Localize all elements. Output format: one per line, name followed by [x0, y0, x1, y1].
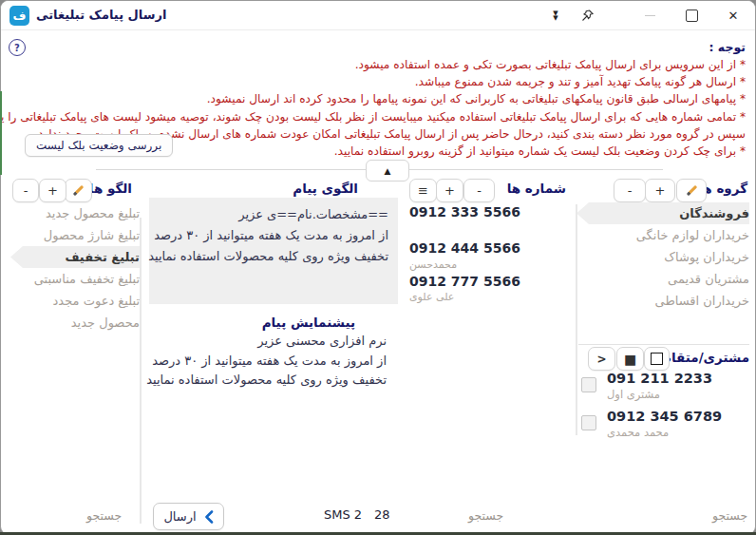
template-item[interactable]: محصول جدید — [10, 312, 140, 334]
templates-list: تبلیغ محصول جدید تبلیغ شارژ محصول تبلیغ … — [10, 202, 140, 334]
customer-checkbox[interactable] — [581, 415, 596, 430]
pin-icon[interactable] — [576, 7, 597, 25]
back-arrow-icon[interactable]: < — [588, 347, 615, 371]
number-item[interactable]: 0912 444 5566 — [409, 240, 520, 256]
notice-line: * از این سرویس برای ارسال پیامک تبلیغاتی… — [0, 56, 746, 73]
section-divider — [578, 344, 749, 345]
sms-count-label: SMS 2 — [324, 507, 362, 522]
column-divider — [140, 218, 142, 524]
message-template-line: ==مشخصات.نام==ی عزیر — [159, 204, 388, 225]
number-list-menu-button[interactable]: ≡ — [409, 179, 437, 202]
collapse-notice-button[interactable]: ▲ — [366, 160, 409, 182]
number-item-name: علی علوی — [409, 291, 454, 303]
edit-group-button[interactable] — [676, 179, 707, 202]
pushpin-icon — [580, 9, 595, 23]
message-preview-line: نرم افزاری محسنی عزیر — [146, 332, 387, 352]
group-item[interactable]: فروشندگان — [576, 202, 749, 224]
numbers-search-input[interactable]: جستجو — [468, 508, 503, 523]
message-preview-line: از امروز به مدت یک هفته میتوانید از ۳۰ د… — [146, 352, 387, 372]
template-item[interactable]: تبلیغ دعوت مجدد — [10, 290, 140, 312]
remove-group-button[interactable]: - — [614, 179, 646, 202]
notice-line: * پیامهای ارسالی طبق قانون پیامکهای تبلی… — [0, 90, 746, 107]
message-template-textarea[interactable]: ==مشخصات.نام==ی عزیر از امروز به مدت یک … — [149, 198, 398, 304]
group-item[interactable]: خریداران اقساطی — [576, 290, 749, 312]
groups-list: فروشندگان خریداران لوازم خانگی خریداران … — [576, 202, 749, 312]
template-item[interactable]: تبلیغ محصول جدید — [10, 202, 140, 224]
collapse-window-icon[interactable]: ▼ ▼ — [545, 7, 566, 25]
empty-square-icon[interactable] — [644, 347, 670, 371]
pencil-icon — [686, 185, 696, 196]
filled-square-icon[interactable]: ■ — [616, 347, 644, 371]
templates-search-input[interactable]: جستجو — [86, 508, 122, 523]
notice-heading: توجه : — [0, 39, 746, 56]
customer-name: مشتری اول — [607, 388, 660, 401]
number-item[interactable]: 0912 777 5566 — [409, 274, 520, 289]
maximize-button[interactable] — [681, 7, 702, 25]
remove-template-button[interactable]: - — [12, 179, 39, 202]
notice-line: * تمامی شماره هایی که برای ارسال پیامک ت… — [0, 108, 746, 125]
check-blacklist-button[interactable]: بررسی وضعیت بلک لیست — [25, 134, 173, 157]
customer-checkbox[interactable] — [581, 377, 596, 392]
add-group-button[interactable]: + — [645, 179, 675, 202]
send-chevron-icon — [204, 510, 214, 524]
template-item[interactable]: تبلیغ تخفیف مناسبتی — [10, 268, 140, 290]
number-item[interactable]: 0912 333 5566 — [409, 204, 520, 220]
customer-name: محمد محمدی — [607, 426, 669, 439]
group-item[interactable]: مشتریان قدیمی — [576, 268, 749, 290]
numbers-title: شماره ها — [507, 181, 566, 196]
notice-line: * ارسال هر گونه پیامک تهدید آمیز و تند و… — [0, 73, 746, 90]
add-template-button[interactable]: + — [39, 179, 66, 202]
pencil-icon — [73, 185, 84, 196]
edit-template-button[interactable] — [65, 179, 92, 202]
empty-square-glyph — [651, 353, 663, 365]
minimize-button[interactable] — [639, 7, 660, 25]
add-number-button[interactable]: + — [436, 179, 463, 202]
window-title: ارسال پیامک تبلیغاتی — [36, 8, 166, 22]
chevron-down-icon: ▼ — [553, 16, 558, 21]
customer-number[interactable]: 0912 345 6789 — [607, 409, 722, 424]
groups-search-input[interactable]: جستجو — [712, 508, 747, 523]
group-item[interactable]: خریداران پوشاک — [576, 246, 749, 268]
template-item[interactable]: تبلیغ تخفیف — [10, 246, 140, 268]
message-template-title: الگوی پیام — [293, 181, 358, 196]
message-template-line: تخفیف ویژه روی کلیه محصولات استفاده نمای… — [159, 246, 388, 267]
app-logo-icon: ف — [9, 6, 29, 26]
group-item[interactable]: خریداران لوازم خانگی — [576, 224, 749, 246]
template-item[interactable]: تبلیغ شارژ محصول — [10, 224, 140, 246]
column-divider — [576, 204, 577, 435]
send-button-label: ارسال — [163, 509, 196, 524]
message-preview-title: پیشنمایش پیام — [262, 315, 355, 330]
remove-number-button[interactable]: - — [463, 179, 495, 202]
titlebar: ف ارسال پیامک تبلیغاتی ▼ ▼ ✕ — [1, 1, 755, 30]
char-count-label: 28 — [374, 507, 390, 522]
message-template-line: از امروز به مدت یک هفته میتوانید از ۳۰ د… — [159, 225, 388, 246]
templates-title: الگو ها — [89, 181, 132, 196]
number-item-name: محمدحسن — [409, 258, 457, 271]
send-button[interactable]: ارسال — [153, 503, 224, 530]
app-window: ف ارسال پیامک تبلیغاتی ▼ ▼ ✕ ? توجه : * … — [0, 0, 756, 535]
desktop-background-sliver — [0, 91, 2, 175]
customer-number[interactable]: 091 211 2233 — [607, 371, 712, 386]
message-preview-line: تخفیف ویژه روی کلیه محصولات استفاده نمای… — [146, 371, 387, 391]
message-preview: نرم افزاری محسنی عزیر از امروز به مدت یک… — [146, 332, 387, 391]
close-button[interactable]: ✕ — [723, 7, 744, 25]
